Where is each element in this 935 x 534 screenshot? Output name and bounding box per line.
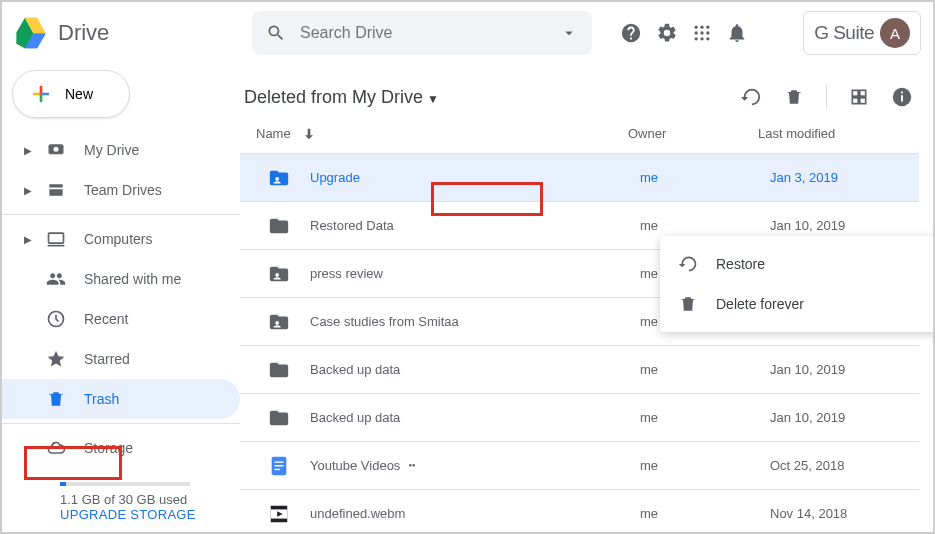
svg-point-5	[706, 26, 709, 29]
file-owner: me	[640, 506, 770, 521]
svg-point-9	[695, 37, 698, 40]
settings-icon[interactable]	[656, 22, 678, 44]
drive-logo-icon	[14, 16, 48, 50]
grid-view-icon[interactable]	[849, 87, 869, 107]
file-modified: Nov 14, 2018	[770, 506, 919, 521]
file-name: Upgrade	[310, 170, 640, 185]
svg-rect-14	[852, 90, 858, 96]
search-icon	[266, 23, 286, 43]
sidebar-nav: ▶ My Drive ▶ Team Drives ▶ Computers ▶ S…	[2, 130, 240, 522]
file-modified: Jan 10, 2019	[770, 362, 919, 377]
sidebar-item-recent[interactable]: ▶ Recent	[2, 299, 240, 339]
new-button-label: New	[65, 86, 93, 102]
expand-icon: ▶	[24, 185, 34, 196]
cloud-icon	[46, 438, 66, 458]
column-modified[interactable]: Last modified	[758, 126, 919, 141]
file-name: Restored Data	[310, 218, 640, 233]
computers-icon	[46, 229, 66, 249]
search-input[interactable]	[300, 24, 560, 42]
menu-item-delete-forever[interactable]: Delete forever	[660, 284, 935, 324]
file-type-icon	[256, 455, 310, 477]
trash-icon	[678, 294, 698, 314]
svg-point-10	[700, 37, 703, 40]
restore-tool-icon[interactable]	[740, 86, 762, 108]
search-box[interactable]	[252, 11, 592, 55]
teamdrives-icon	[46, 180, 66, 200]
menu-item-restore[interactable]: Restore	[660, 244, 935, 284]
expand-icon: ▶	[24, 234, 34, 245]
trash-icon	[46, 389, 66, 409]
notifications-icon[interactable]	[726, 22, 748, 44]
sidebar-item-computers[interactable]: ▶ Computers	[2, 219, 240, 259]
svg-rect-16	[852, 98, 858, 104]
recent-icon	[46, 309, 66, 329]
file-name: Case studies from Smitaa	[310, 314, 640, 329]
file-name: Backed up data	[310, 362, 640, 377]
app-title: Drive	[58, 20, 109, 46]
svg-point-6	[695, 31, 698, 34]
apps-icon[interactable]	[692, 23, 712, 43]
plus-icon	[29, 82, 53, 106]
column-name[interactable]: Name	[256, 126, 628, 142]
file-modified: Jan 3, 2019	[770, 170, 919, 185]
file-name: Youtube Videos	[310, 458, 640, 473]
file-owner: me	[640, 170, 770, 185]
file-row[interactable]: Youtube Videos meOct 25, 2018	[240, 442, 919, 490]
file-type-icon	[256, 167, 310, 189]
column-owner[interactable]: Owner	[628, 126, 758, 141]
avatar[interactable]: A	[880, 18, 910, 48]
mydrive-icon	[46, 140, 66, 160]
file-row[interactable]: UpgrademeJan 3, 2019	[240, 154, 919, 202]
file-row[interactable]: undefined.webmmeNov 14, 2018	[240, 490, 919, 526]
sidebar-item-mydrive[interactable]: ▶ My Drive	[2, 130, 240, 170]
details-icon[interactable]	[891, 86, 913, 108]
new-button[interactable]: New	[12, 70, 130, 118]
file-type-icon	[256, 407, 310, 429]
table-header: Name Owner Last modified	[240, 114, 919, 154]
sidebar-item-starred[interactable]: ▶ Starred	[2, 339, 240, 379]
file-row[interactable]: Backed up datameJan 10, 2019	[240, 394, 919, 442]
upgrade-storage-link[interactable]: UPGRADE STORAGE	[60, 507, 240, 522]
svg-rect-15	[860, 90, 866, 96]
file-row[interactable]: Backed up datameJan 10, 2019	[240, 346, 919, 394]
svg-point-7	[700, 31, 703, 34]
file-list: UpgrademeJan 3, 2019Restored DatameJan 1…	[240, 154, 919, 526]
svg-rect-17	[860, 98, 866, 104]
delete-tool-icon[interactable]	[784, 87, 804, 107]
file-type-icon	[256, 263, 310, 285]
context-menu: Restore Delete forever	[660, 236, 935, 332]
file-type-icon	[256, 359, 310, 381]
sidebar-item-shared[interactable]: ▶ Shared with me	[2, 259, 240, 299]
file-type-icon	[256, 503, 310, 525]
file-modified: Jan 10, 2019	[770, 218, 919, 233]
svg-rect-25	[274, 461, 283, 462]
file-owner: me	[640, 362, 770, 377]
search-dropdown-icon[interactable]	[560, 24, 578, 42]
sidebar-item-trash[interactable]: ▶ Trash	[2, 379, 240, 419]
shared-icon	[46, 269, 66, 289]
gsuite-badge[interactable]: G Suite A	[803, 11, 921, 55]
svg-point-8	[706, 31, 709, 34]
svg-point-11	[706, 37, 709, 40]
expand-icon: ▶	[24, 145, 34, 156]
page-heading[interactable]: Deleted from My Drive▼	[244, 87, 439, 108]
storage-bar	[60, 482, 190, 486]
svg-point-23	[275, 321, 279, 325]
sidebar-item-teamdrives[interactable]: ▶ Team Drives	[2, 170, 240, 210]
svg-point-21	[275, 177, 279, 181]
svg-rect-20	[901, 92, 903, 94]
help-icon[interactable]	[620, 22, 642, 44]
sidebar-item-storage[interactable]: ▶ Storage	[2, 428, 240, 468]
file-modified: Jan 10, 2019	[770, 410, 919, 425]
file-name: press review	[310, 266, 640, 281]
star-icon	[46, 349, 66, 369]
file-owner: me	[640, 410, 770, 425]
svg-rect-19	[901, 95, 903, 101]
gsuite-label: G Suite	[814, 22, 874, 44]
svg-point-22	[275, 273, 279, 277]
restore-icon	[678, 254, 698, 274]
file-modified: Oct 25, 2018	[770, 458, 919, 473]
file-owner: me	[640, 458, 770, 473]
svg-rect-27	[274, 468, 280, 469]
svg-point-3	[695, 26, 698, 29]
